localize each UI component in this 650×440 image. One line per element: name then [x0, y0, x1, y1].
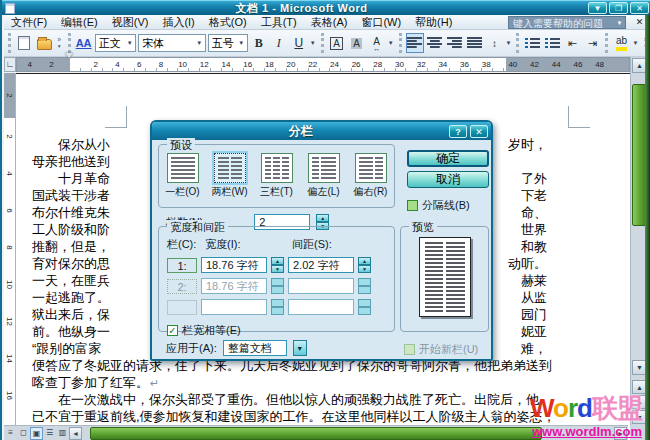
columns-dialog[interactable]: 分栏 ? ✕ 预设 一栏(O)两栏(W)三栏(T)偏左(L)偏右(R) 栏数(N…	[150, 120, 493, 361]
column-spacing-input	[288, 299, 354, 315]
column-header: 栏(C):	[167, 237, 201, 252]
chevron-down-icon[interactable]: ▼	[388, 40, 395, 46]
toolbar-drag-handle[interactable]	[68, 33, 71, 53]
help-question-box[interactable]: 键入需要帮助的问题 ▼	[508, 16, 626, 29]
menu-item[interactable]: 插入(I)	[155, 14, 201, 31]
preset-label: 三栏(T)	[255, 185, 299, 199]
ruler-number: 34	[432, 59, 454, 70]
ruler-number: 12	[4, 303, 15, 340]
spin-up-icon[interactable]: ▲	[316, 214, 329, 222]
toolbar-overflow-button[interactable]: » ▼	[55, 37, 64, 49]
chevron-down-icon[interactable]: ▼	[124, 40, 135, 46]
preset-option[interactable]: 两栏(W)	[208, 153, 252, 199]
width-header: 宽度(I):	[205, 237, 288, 252]
word-window: 文档 1 - Microsoft Word ▼ ❐ ✕ 文件(F)编辑(E)视图…	[0, 0, 650, 440]
bullet-list-button[interactable]	[543, 33, 561, 53]
ruler-number: 38	[475, 59, 497, 70]
menu-item[interactable]: 视图(V)	[105, 14, 156, 31]
spinner[interactable]: ▲▼	[271, 257, 284, 273]
web-layout-view-button[interactable]: ◻	[17, 427, 30, 440]
column-width-input[interactable]: 18.76 字符	[201, 257, 267, 273]
chevron-down-icon[interactable]: ▼	[310, 40, 317, 46]
scroll-left-button[interactable]: ◄	[69, 427, 82, 440]
character-shading-button[interactable]: A	[348, 33, 366, 53]
dialog-title-bar[interactable]: 分栏 ? ✕	[152, 122, 491, 140]
minimize-button[interactable]: ▼	[588, 2, 607, 14]
italic-button[interactable]: I	[270, 33, 288, 53]
chevron-down-icon[interactable]: ▼	[632, 40, 639, 46]
align-right-button[interactable]	[446, 33, 464, 53]
chevron-down-icon[interactable]: ▼	[293, 340, 307, 356]
reading-layout-view-button[interactable]: ▥	[56, 427, 69, 440]
print-layout-view-button[interactable]: ▣	[30, 427, 43, 440]
cancel-button[interactable]: 取消	[407, 171, 489, 188]
menu-item[interactable]: 表格(A)	[304, 14, 355, 31]
style-combobox[interactable]: 正文 ▼	[95, 34, 137, 52]
increase-indent-button[interactable]: ⇥	[583, 33, 601, 53]
vertical-ruler-margin: 2	[4, 73, 15, 118]
chevron-down-icon[interactable]: ▼	[236, 40, 247, 46]
column-spacing-input[interactable]: 2.02 字符	[288, 257, 354, 273]
restore-button[interactable]: ❐	[609, 2, 628, 14]
start-new-column-label: 开始新栏(U)	[419, 342, 478, 357]
chevron-down-icon[interactable]: ▼	[614, 17, 625, 28]
apply-to-dropdown[interactable]: 整篇文档	[223, 340, 287, 356]
distribute-button[interactable]	[466, 33, 484, 53]
dialog-help-button[interactable]: ?	[449, 125, 467, 138]
toolbar-separator	[321, 33, 324, 53]
open-button[interactable]	[35, 33, 53, 53]
document-text-line: 已不宜于重返前线,便参加恢复和建设国家的工作。在这里他同样以工人阶级主人翁的姿态…	[32, 408, 561, 425]
ruler-number: 30	[389, 59, 411, 70]
menu-item[interactable]: 帮助(H)	[408, 14, 459, 31]
character-border-button[interactable]: A	[328, 33, 346, 53]
bold-button[interactable]: B	[250, 33, 268, 53]
font-combobox[interactable]: 宋体 ▼	[138, 34, 206, 52]
chevron-down-icon[interactable]: ▼	[194, 40, 205, 46]
menu-item[interactable]: 格式(O)	[202, 14, 254, 31]
spinner[interactable]: ▲▼	[358, 257, 371, 273]
preset-option[interactable]: 偏左(L)	[302, 153, 346, 199]
line-spacing-button[interactable]: ↕	[486, 33, 504, 53]
ok-button[interactable]: 确定	[407, 150, 489, 167]
tab-selector-button[interactable]: ∟	[4, 57, 16, 72]
styles-and-formatting-button[interactable]: AA	[75, 33, 93, 53]
preset-columns-icon	[261, 153, 293, 183]
normal-view-button[interactable]: ≡	[4, 427, 17, 440]
align-center-icon	[427, 37, 442, 49]
align-left-button[interactable]	[406, 33, 424, 53]
highlight-button[interactable]: ab	[612, 33, 630, 53]
character-border-icon: A	[330, 37, 343, 50]
font-size-combobox[interactable]: 五号 ▼	[208, 34, 248, 52]
chevron-down-icon[interactable]: ▼	[506, 40, 513, 46]
preset-option[interactable]: 一栏(O)	[161, 153, 205, 199]
vertical-ruler[interactable]: 2 246810121416	[4, 73, 16, 425]
increase-indent-icon: ⇥	[588, 37, 597, 50]
word-document-icon	[5, 3, 15, 14]
underline-button[interactable]: U	[290, 33, 308, 53]
preset-option[interactable]: 偏右(R)	[349, 153, 393, 199]
ruler-number: 14	[4, 340, 15, 377]
close-button[interactable]: ✕	[630, 2, 649, 14]
spinner	[358, 299, 371, 315]
dialog-close-button[interactable]: ✕	[470, 125, 488, 138]
equal-width-checkbox-row[interactable]: ✓ 栏宽相等(E)	[167, 323, 394, 338]
horizontal-ruler[interactable]: 42 2468101214161820222426283032343638 40…	[16, 57, 630, 72]
align-center-button[interactable]	[426, 33, 444, 53]
decrease-indent-button[interactable]: ⇤	[563, 33, 581, 53]
line-between-checkbox-row[interactable]: 分隔线(B)	[407, 198, 470, 213]
equal-width-checkbox[interactable]: ✓	[167, 325, 178, 336]
preset-option[interactable]: 三栏(T)	[255, 153, 299, 199]
menu-item[interactable]: 文件(F)	[4, 14, 54, 31]
menu-item[interactable]: 窗口(W)	[354, 14, 408, 31]
numbered-list-button[interactable]	[523, 33, 541, 53]
preview-group: 预览	[400, 226, 489, 332]
new-document-button[interactable]	[15, 33, 33, 53]
toolbar-drag-handle[interactable]	[8, 33, 11, 53]
line-between-checkbox[interactable]	[407, 200, 418, 211]
menu-item[interactable]: 编辑(E)	[54, 14, 105, 31]
horizontal-scrollbar-thumb[interactable]	[90, 427, 542, 440]
menu-item[interactable]: 工具(T)	[254, 14, 304, 31]
toolbar-separator	[399, 33, 402, 53]
character-scale-button[interactable]: A↔	[368, 33, 386, 53]
outline-view-button[interactable]: ☰	[43, 427, 56, 440]
